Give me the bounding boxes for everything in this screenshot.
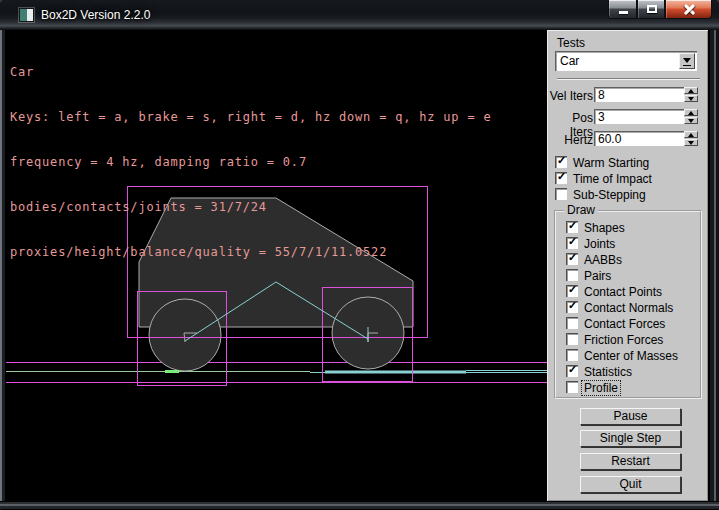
check-icon: ✓ — [568, 219, 577, 232]
draw-group-label: Draw — [564, 203, 598, 217]
separator — [557, 78, 700, 80]
minimize-icon — [619, 11, 628, 14]
restart-button[interactable]: Restart — [580, 453, 681, 470]
spinner-up-button[interactable] — [684, 109, 698, 116]
aabbs-checkbox[interactable]: ✓ — [566, 253, 578, 265]
quit-button[interactable]: Quit — [580, 476, 681, 493]
hertz-spinner — [684, 131, 698, 146]
chevron-down-icon — [683, 58, 691, 63]
minimize-button[interactable] — [608, 0, 637, 19]
pos-iters-spinner — [684, 109, 698, 124]
single-step-button[interactable]: Single Step — [580, 430, 681, 447]
aabbs-label: AABBs — [584, 253, 622, 267]
warm-starting-checkbox[interactable]: ✓ — [555, 156, 567, 168]
contact-normals-checkbox[interactable]: ✓ — [566, 301, 578, 313]
close-icon — [683, 3, 696, 15]
joints-label: Joints — [584, 237, 615, 251]
debug-text-block: Car Keys: left = a, brake = s, right = d… — [10, 35, 491, 290]
maximize-button[interactable] — [637, 0, 665, 19]
contact-points-checkbox[interactable]: ✓ — [566, 285, 578, 297]
arrow-up-icon — [688, 89, 694, 93]
arrow-up-icon — [688, 133, 694, 137]
proxies-stats-text: proxies/height/balance/quality = 55/7/1/… — [10, 245, 491, 260]
statistics-checkbox[interactable]: ✓ — [566, 365, 578, 377]
simulation-canvas[interactable]: Car Keys: left = a, brake = s, right = d… — [6, 30, 547, 501]
window-border-left — [0, 30, 6, 501]
shapes-checkbox[interactable]: ✓ — [566, 221, 578, 233]
vel-iters-input[interactable] — [594, 87, 684, 102]
pairs-label: Pairs — [584, 269, 611, 283]
vel-iters-spinner — [684, 87, 698, 102]
contact-points-label: Contact Points — [584, 285, 662, 299]
friction-forces-checkbox[interactable] — [566, 333, 578, 345]
warm-starting-label: Warm Starting — [573, 156, 649, 170]
window-border-bottom — [0, 501, 719, 510]
frequency-text: frequency = 4 hz, damping ratio = 0.7 — [10, 155, 491, 170]
tests-label: Tests — [557, 36, 585, 50]
app-window: Box2D Version 2.2.0 — [0, 0, 719, 510]
contact-forces-label: Contact Forces — [584, 317, 665, 331]
sub-stepping-label: Sub-Stepping — [573, 188, 646, 202]
center-of-masses-checkbox[interactable] — [566, 349, 578, 361]
spinner-up-button[interactable] — [684, 87, 698, 94]
check-icon: ✓ — [568, 251, 577, 264]
joints-checkbox[interactable]: ✓ — [566, 237, 578, 249]
vel-iters-label: Vel Iters — [549, 89, 593, 103]
close-button[interactable] — [665, 0, 712, 19]
contact-normals-label: Contact Normals — [584, 301, 673, 315]
window-border-right — [708, 30, 719, 501]
keys-help-text: Keys: left = a, brake = s, right = d, hz… — [10, 110, 491, 125]
check-icon: ✓ — [568, 283, 577, 296]
dropdown-button[interactable] — [679, 53, 695, 69]
test-select-dropdown[interactable]: Car — [555, 51, 697, 71]
arrow-down-icon — [688, 141, 694, 145]
spinner-down-button[interactable] — [684, 95, 698, 102]
arrow-up-icon — [688, 111, 694, 115]
sub-stepping-checkbox[interactable] — [555, 188, 567, 200]
spinner-down-button[interactable] — [684, 117, 698, 124]
bodies-stats-text: bodies/contacts/joints = 31/7/24 — [10, 200, 491, 215]
time-of-impact-label: Time of Impact — [573, 172, 652, 186]
app-icon — [19, 8, 34, 22]
title-bar[interactable]: Box2D Version 2.2.0 — [0, 0, 719, 30]
check-icon: ✓ — [568, 235, 577, 248]
caption-buttons — [608, 0, 712, 19]
test-title-text: Car — [10, 65, 491, 80]
statistics-label: Statistics — [584, 365, 632, 379]
friction-forces-label: Friction Forces — [584, 333, 663, 347]
check-icon: ✓ — [568, 363, 577, 376]
hertz-input[interactable] — [594, 131, 684, 146]
window-title: Box2D Version 2.2.0 — [41, 8, 150, 22]
maximize-icon — [647, 5, 657, 13]
check-icon: ✓ — [557, 154, 566, 167]
control-panel: Tests Car Vel Iters Pos Iters Hertz — [547, 30, 708, 501]
pairs-checkbox[interactable] — [566, 269, 578, 281]
arrow-down-icon — [688, 119, 694, 123]
spinner-down-button[interactable] — [684, 139, 698, 146]
shapes-label: Shapes — [584, 221, 625, 235]
rear-wheel-shape[interactable] — [149, 299, 221, 371]
profile-label: Profile — [582, 381, 620, 395]
check-icon: ✓ — [568, 299, 577, 312]
hertz-label: Hertz — [549, 133, 593, 147]
check-icon: ✓ — [557, 170, 566, 183]
test-select-value: Car — [560, 54, 579, 68]
pause-button[interactable]: Pause — [580, 408, 681, 425]
center-of-masses-label: Center of Masses — [584, 349, 678, 363]
contact-forces-checkbox[interactable] — [566, 317, 578, 329]
profile-checkbox[interactable] — [566, 381, 578, 393]
pos-iters-input[interactable] — [594, 109, 684, 124]
spinner-up-button[interactable] — [684, 131, 698, 138]
time-of-impact-checkbox[interactable]: ✓ — [555, 172, 567, 184]
arrow-down-icon — [688, 97, 694, 101]
